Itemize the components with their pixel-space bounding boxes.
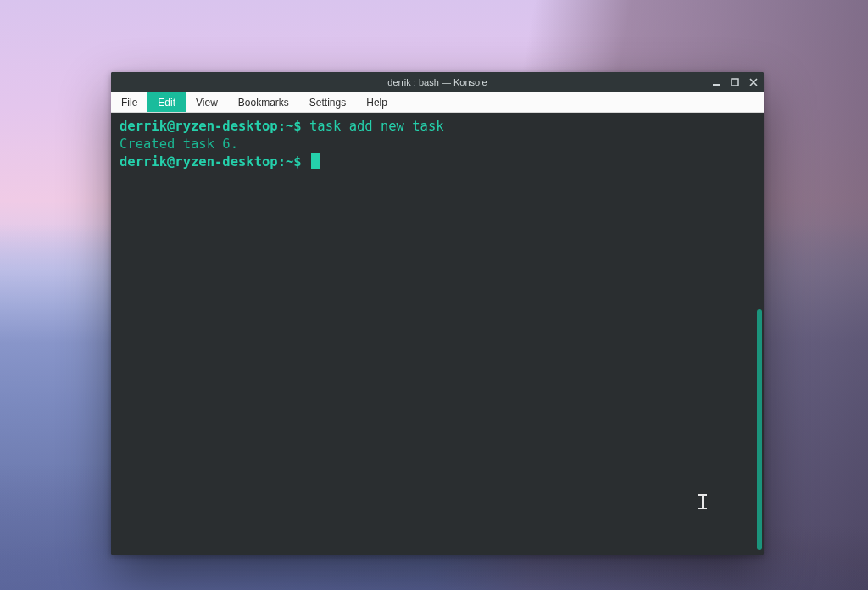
- terminal-scrollbar[interactable]: [757, 113, 762, 550]
- prompt-line-1: derrik@ryzen-desktop:~$: [120, 119, 309, 134]
- window-title: derrik : bash — Konsole: [387, 77, 487, 87]
- terminal-area[interactable]: derrik@ryzen-desktop:~$ task add new tas…: [111, 113, 764, 555]
- minimize-icon: [712, 78, 721, 86]
- scrollbar-thumb[interactable]: [757, 309, 762, 550]
- close-icon: [749, 78, 758, 86]
- minimize-button[interactable]: [711, 77, 721, 87]
- terminal-output[interactable]: derrik@ryzen-desktop:~$ task add new tas…: [111, 113, 755, 555]
- titlebar[interactable]: derrik : bash — Konsole: [111, 72, 764, 92]
- terminal-cursor: [311, 153, 320, 169]
- menu-help[interactable]: Help: [356, 92, 398, 112]
- menu-file[interactable]: File: [111, 92, 147, 112]
- svg-rect-1: [732, 79, 738, 86]
- menu-settings[interactable]: Settings: [299, 92, 356, 112]
- prompt-line-2: derrik@ryzen-desktop:~$: [120, 154, 309, 170]
- menu-view[interactable]: View: [186, 92, 228, 112]
- menu-bookmarks[interactable]: Bookmarks: [228, 92, 299, 112]
- output-line-1: Created task 6.: [120, 136, 238, 152]
- menu-edit[interactable]: Edit: [147, 92, 186, 112]
- menubar: File Edit View Bookmarks Settings Help: [111, 92, 764, 113]
- maximize-button[interactable]: [730, 77, 740, 87]
- command-1: task add new task: [309, 119, 444, 134]
- maximize-icon: [731, 78, 739, 86]
- window-controls: [711, 72, 759, 92]
- konsole-window: derrik : bash — Konsole File Edit View B…: [111, 72, 764, 555]
- close-button[interactable]: [748, 77, 759, 87]
- svg-rect-0: [713, 84, 720, 86]
